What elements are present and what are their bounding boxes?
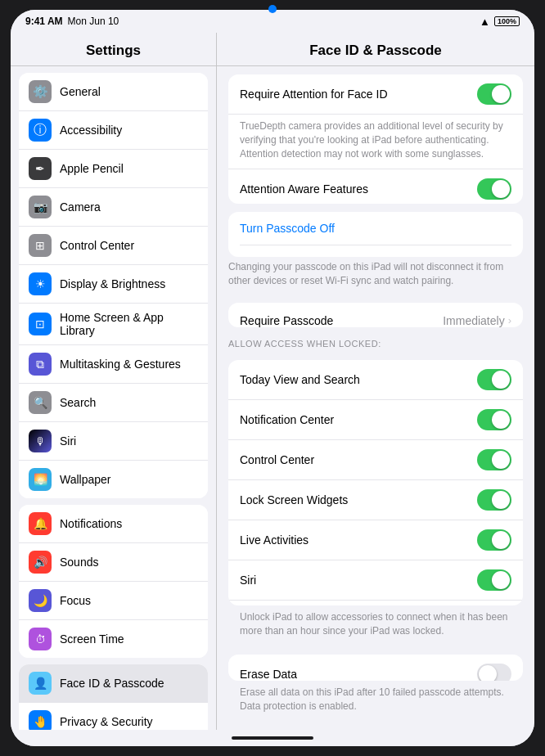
screen-time-label: Screen Time bbox=[60, 632, 124, 646]
sidebar-group-3: 👤 Face ID & Passcode 🤚 Privacy & Securit… bbox=[19, 664, 208, 730]
sidebar-item-apple-pencil[interactable]: ✒ Apple Pencil bbox=[19, 150, 208, 188]
display-label: Display & Brightness bbox=[60, 277, 165, 290]
attention-aware-toggle[interactable] bbox=[477, 178, 511, 200]
turn-passcode-off-link[interactable]: Turn Passcode Off bbox=[228, 212, 523, 245]
accessibility-label: Accessibility bbox=[60, 124, 122, 137]
focus-label: Focus bbox=[60, 594, 91, 607]
multitasking-label: Multitasking & Gestures bbox=[60, 358, 181, 371]
require-attention-toggle[interactable] bbox=[477, 83, 511, 105]
passcode-change-desc: Changing your passcode on this iPad will… bbox=[228, 257, 523, 295]
require-attention-label: Require Attention for Face ID bbox=[240, 88, 477, 101]
require-attention-row[interactable]: Require Attention for Face ID bbox=[228, 74, 523, 115]
sidebar: Settings ⚙️ General ⓘ Accessibility ✒ Ap… bbox=[11, 33, 217, 730]
status-right: ▲ 100% bbox=[480, 16, 520, 28]
sidebar-title: Settings bbox=[11, 33, 216, 66]
main-content: Settings ⚙️ General ⓘ Accessibility ✒ Ap… bbox=[11, 33, 534, 730]
require-passcode-label: Require Passcode bbox=[240, 314, 443, 327]
change-passcode-link[interactable]: Change Passcode bbox=[228, 245, 523, 257]
sidebar-item-face-id[interactable]: 👤 Face ID & Passcode bbox=[19, 664, 208, 703]
sidebar-item-search[interactable]: 🔍 Search bbox=[19, 384, 208, 422]
privacy-icon: 🤚 bbox=[29, 710, 52, 730]
allow-access-group: Today View and Search Notification Cente… bbox=[228, 360, 523, 605]
sidebar-item-display[interactable]: ☀ Display & Brightness bbox=[19, 265, 208, 304]
wallpaper-label: Wallpaper bbox=[60, 473, 111, 486]
sounds-label: Sounds bbox=[60, 556, 98, 569]
sidebar-item-screen-time[interactable]: ⏱ Screen Time bbox=[19, 620, 208, 658]
lock-screen-widgets-toggle[interactable] bbox=[477, 489, 511, 511]
erase-data-label: Erase Data bbox=[240, 668, 477, 681]
sidebar-item-multitasking[interactable]: ⧉ Multitasking & Gestures bbox=[19, 345, 208, 384]
face-id-label: Face ID & Passcode bbox=[60, 677, 164, 690]
sidebar-item-camera[interactable]: 📷 Camera bbox=[19, 188, 208, 227]
notifications-icon: 🔔 bbox=[29, 512, 52, 535]
control-center-label: Control Center bbox=[60, 239, 134, 252]
erase-data-desc: Erase all data on this iPad after 10 fai… bbox=[228, 681, 523, 722]
apple-pencil-icon: ✒ bbox=[29, 157, 52, 180]
passcode-links-group: Turn Passcode Off Change Passcode bbox=[228, 212, 523, 257]
require-attention-knob bbox=[492, 85, 510, 103]
siri-label: Siri bbox=[60, 434, 76, 448]
sidebar-item-accessibility[interactable]: ⓘ Accessibility bbox=[19, 111, 208, 150]
sounds-icon: 🔊 bbox=[29, 551, 52, 574]
control-center-label: Control Center bbox=[240, 453, 477, 466]
lock-screen-widgets-row[interactable]: Lock Screen Widgets bbox=[228, 480, 523, 520]
attention-aware-row[interactable]: Attention Aware Features bbox=[228, 169, 523, 204]
live-activities-toggle[interactable] bbox=[477, 529, 511, 551]
status-bar: 9:41 AM Mon Jun 10 ▲ 100% bbox=[11, 10, 534, 33]
live-activities-row[interactable]: Live Activities bbox=[228, 520, 523, 560]
sidebar-item-control-center[interactable]: ⊞ Control Center bbox=[19, 227, 208, 265]
wifi-icon: ▲ bbox=[480, 16, 490, 28]
siri-toggle[interactable] bbox=[477, 569, 511, 591]
status-date: Mon Jun 10 bbox=[68, 16, 119, 27]
erase-data-toggle[interactable] bbox=[477, 664, 511, 682]
erase-data-group: Erase Data bbox=[228, 655, 523, 682]
siri-access-label: Siri bbox=[240, 574, 477, 587]
home-screen-icon: ⊡ bbox=[29, 313, 52, 335]
today-view-toggle[interactable] bbox=[477, 369, 511, 390]
accessibility-icon: ⓘ bbox=[29, 119, 52, 142]
right-panel-title: Face ID & Passcode bbox=[217, 33, 534, 66]
accessories-desc: Unlock iPad to allow accessories to conn… bbox=[228, 605, 523, 646]
camera-label: Camera bbox=[60, 200, 101, 214]
require-passcode-row[interactable]: Require Passcode Immediately › bbox=[228, 303, 523, 327]
sidebar-group-1: ⚙️ General ⓘ Accessibility ✒ Apple Penci… bbox=[19, 73, 208, 498]
attention-aware-knob bbox=[492, 180, 510, 198]
right-panel[interactable]: Face ID & Passcode Require Attention for… bbox=[217, 33, 534, 730]
notification-center-row[interactable]: Notification Center bbox=[228, 400, 523, 440]
siri-row[interactable]: Siri bbox=[228, 560, 523, 601]
require-passcode-group: Require Passcode Immediately › bbox=[228, 303, 523, 327]
display-icon: ☀ bbox=[29, 272, 52, 295]
control-center-icon: ⊞ bbox=[29, 234, 52, 257]
home-bar bbox=[232, 736, 313, 740]
privacy-label: Privacy & Security bbox=[60, 715, 153, 728]
sidebar-item-general[interactable]: ⚙️ General bbox=[19, 73, 208, 111]
sidebar-item-notifications[interactable]: 🔔 Notifications bbox=[19, 505, 208, 543]
sidebar-item-focus[interactable]: 🌙 Focus bbox=[19, 582, 208, 620]
home-indicator bbox=[11, 730, 534, 746]
screen-time-icon: ⏱ bbox=[29, 628, 52, 650]
sidebar-item-siri[interactable]: 🎙 Siri bbox=[19, 422, 208, 461]
sidebar-item-home-screen[interactable]: ⊡ Home Screen & App Library bbox=[19, 304, 208, 345]
facetime-dot bbox=[268, 10, 277, 13]
lock-screen-widgets-label: Lock Screen Widgets bbox=[240, 493, 477, 506]
control-center-row[interactable]: Control Center bbox=[228, 440, 523, 480]
sidebar-item-sounds[interactable]: 🔊 Sounds bbox=[19, 543, 208, 582]
device-frame: 9:41 AM Mon Jun 10 ▲ 100% Settings ⚙️ Ge… bbox=[11, 10, 534, 746]
control-center-toggle[interactable] bbox=[477, 449, 511, 470]
attention-aware-label: Attention Aware Features bbox=[240, 182, 477, 196]
notification-center-toggle[interactable] bbox=[477, 409, 511, 430]
sidebar-item-wallpaper[interactable]: 🌅 Wallpaper bbox=[19, 461, 208, 498]
status-time: 9:41 AM bbox=[25, 16, 63, 27]
battery-icon: 100% bbox=[494, 16, 520, 26]
sidebar-scroll[interactable]: ⚙️ General ⓘ Accessibility ✒ Apple Penci… bbox=[11, 66, 216, 730]
apple-pencil-label: Apple Pencil bbox=[60, 162, 124, 175]
wallpaper-icon: 🌅 bbox=[29, 468, 52, 491]
notifications-label: Notifications bbox=[60, 517, 122, 530]
today-view-label: Today View and Search bbox=[240, 373, 477, 386]
multitasking-icon: ⧉ bbox=[29, 353, 52, 376]
erase-data-row[interactable]: Erase Data bbox=[228, 655, 523, 682]
today-view-row[interactable]: Today View and Search bbox=[228, 360, 523, 400]
require-passcode-value: Immediately bbox=[443, 314, 504, 327]
sidebar-item-privacy[interactable]: 🤚 Privacy & Security bbox=[19, 703, 208, 730]
sidebar-group-2: 🔔 Notifications 🔊 Sounds 🌙 Focus ⏱ Scree… bbox=[19, 505, 208, 658]
